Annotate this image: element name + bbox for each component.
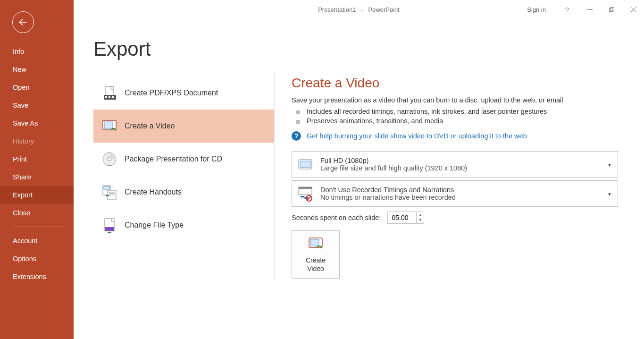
svg-rect-31 [310, 239, 319, 246]
minimize-button[interactable] [579, 0, 601, 19]
window-title: Presentation1 - PowerPoint [318, 6, 400, 13]
sidebar-item-extensions[interactable]: Extensions [0, 268, 74, 286]
seconds-spinner[interactable]: ▲ ▼ [387, 212, 424, 224]
change-filetype-icon [101, 217, 118, 234]
quality-subtitle: Large file size and full high quality (1… [320, 164, 467, 172]
export-option-label: Create PDF/XPS Document [125, 89, 218, 97]
title-document: Presentation1 [318, 6, 356, 13]
export-option-video[interactable]: Create a Video [93, 110, 274, 143]
quality-icon [297, 156, 314, 173]
sidebar-item-print[interactable]: Print [0, 150, 74, 168]
bullet-icon [296, 120, 300, 124]
timings-title: Don't Use Recorded Timings and Narration… [320, 186, 456, 194]
spinner-up-icon[interactable]: ▲ [417, 213, 424, 218]
sidebar-item-save[interactable]: Save [0, 96, 74, 114]
detail-title: Create a Video [292, 76, 605, 91]
export-option-label: Package Presentation for CD [125, 155, 222, 163]
handouts-icon [101, 184, 118, 201]
export-option-label: Change File Type [125, 221, 184, 229]
sidebar-nav: Info New Open Save Save As History Print… [0, 42, 74, 286]
timings-dropdown[interactable]: Don't Use Recorded Timings and Narration… [292, 180, 618, 207]
title-sep: - [361, 6, 363, 13]
sidebar-item-saveas[interactable]: Save As [0, 114, 74, 132]
detail-bullet: Includes all recorded timings, narration… [296, 108, 605, 115]
minimize-icon [587, 7, 593, 12]
arrow-left-icon [18, 17, 28, 27]
content-area: Presentation1 - PowerPoint Sign in ? [74, 0, 644, 339]
create-video-button[interactable]: CreateVideo [292, 230, 340, 279]
svg-rect-12 [104, 122, 113, 128]
create-video-label: CreateVideo [306, 256, 326, 273]
svg-rect-9 [109, 96, 110, 98]
svg-rect-23 [105, 227, 114, 231]
sidebar-item-history: History [0, 132, 74, 150]
chevron-down-icon: ▼ [607, 192, 612, 197]
detail-description: Save your presentation as a video that y… [292, 96, 605, 104]
seconds-input[interactable] [388, 212, 416, 223]
detail-bullet: Preserves animations, transitions, and m… [296, 117, 605, 125]
export-option-label: Create a Video [125, 122, 175, 130]
export-option-handouts[interactable]: Create Handouts [93, 176, 274, 209]
create-video-icon [101, 118, 118, 135]
svg-rect-8 [105, 96, 107, 98]
sidebar-item-share[interactable]: Share [0, 168, 74, 186]
title-bar: Presentation1 - PowerPoint Sign in ? [74, 0, 644, 19]
export-option-pdfxps[interactable]: Create PDF/XPS Document [93, 76, 274, 110]
title-app: PowerPoint [368, 6, 399, 13]
sidebar-item-info[interactable]: Info [0, 42, 74, 60]
timings-subtitle: No timings or narrations have been recor… [320, 194, 456, 201]
close-button[interactable] [622, 0, 644, 19]
export-options-list: Create PDF/XPS Document Create a Video [93, 74, 275, 279]
sidebar-item-close[interactable]: Close [0, 204, 74, 222]
cd-icon [101, 151, 118, 168]
maximize-button[interactable] [601, 0, 622, 19]
svg-rect-25 [300, 161, 310, 168]
sidebar-item-options[interactable]: Options [0, 250, 74, 268]
sidebar-item-account[interactable]: Account [0, 232, 74, 250]
maximize-icon [609, 7, 614, 12]
signin-link[interactable]: Sign in [527, 6, 546, 13]
export-option-cd[interactable]: Package Presentation for CD [93, 143, 274, 176]
svg-rect-3 [610, 7, 614, 11]
video-quality-dropdown[interactable]: Full HD (1080p) Large file size and full… [292, 151, 618, 178]
export-option-label: Create Handouts [125, 188, 182, 196]
pdf-document-icon [101, 85, 118, 102]
help-button[interactable]: ? [560, 6, 574, 14]
export-detail-panel: Create a Video Save your presentation as… [275, 74, 605, 279]
bullet-icon [296, 110, 300, 114]
bullet-text: Includes all recorded timings, narration… [307, 108, 547, 115]
sidebar-item-open[interactable]: Open [0, 78, 74, 96]
back-button[interactable] [12, 11, 34, 33]
sidebar-item-new[interactable]: New [0, 60, 74, 78]
help-info-icon: ? [292, 131, 301, 141]
create-video-icon [307, 236, 324, 253]
window-controls: Sign in ? [527, 0, 644, 19]
page-title: Export [93, 38, 644, 60]
chevron-down-icon: ▼ [607, 162, 612, 168]
spinner-down-icon[interactable]: ▼ [417, 218, 424, 222]
svg-rect-27 [299, 187, 312, 189]
seconds-label: Seconds spent on each slide: [292, 214, 381, 221]
bullet-text: Preserves animations, transitions, and m… [307, 117, 443, 125]
svg-rect-17 [104, 186, 109, 189]
svg-rect-2 [609, 8, 613, 12]
backstage-sidebar: Info New Open Save Save As History Print… [0, 0, 74, 339]
sidebar-separator [13, 227, 64, 227]
timings-icon [297, 185, 314, 202]
quality-title: Full HD (1080p) [320, 157, 467, 164]
close-icon [631, 7, 636, 12]
export-option-changetype[interactable]: Change File Type [93, 209, 274, 242]
main-panel: Export Create PDF/XPS Docu [74, 19, 644, 339]
svg-rect-10 [112, 96, 114, 98]
help-link[interactable]: Get help burning your slide show video t… [307, 132, 527, 140]
sidebar-item-export[interactable]: Export [0, 186, 74, 204]
